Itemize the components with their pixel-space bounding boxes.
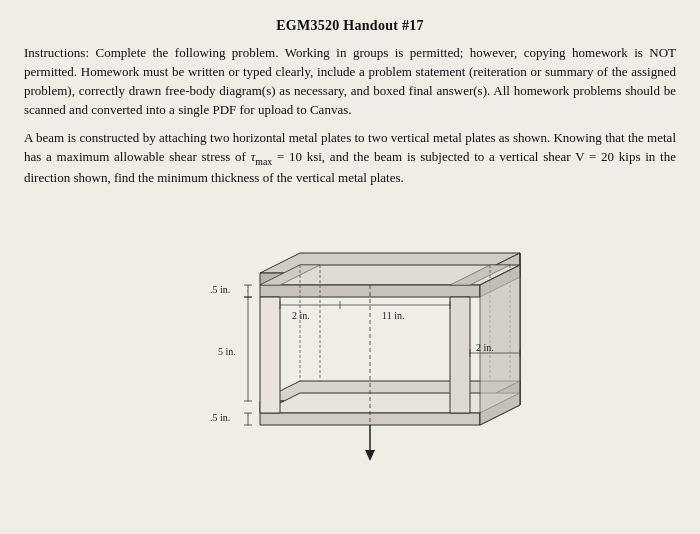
label-bottom-5in: .5 in. [210, 412, 230, 423]
label-2in-right: 2 in. [476, 342, 494, 353]
instructions-text: Instructions: Complete the following pro… [24, 44, 676, 119]
problem-text: A beam is constructed by attaching two h… [24, 129, 676, 187]
label-5in-left: 5 in. [218, 346, 236, 357]
beam-diagram: .5 in. 2 in. 11 in. 2 in. 5 in. [140, 243, 560, 473]
svg-marker-14 [450, 297, 470, 413]
page-title: EGM3520 Handout #17 [24, 18, 676, 34]
svg-marker-12 [260, 297, 280, 413]
page: EGM3520 Handout #17 Instructions: Comple… [0, 0, 700, 534]
label-top-5in: .5 in. [210, 284, 230, 295]
label-11in: 11 in. [382, 310, 404, 321]
svg-marker-41 [365, 450, 375, 461]
label-2in-center: 2 in. [292, 310, 310, 321]
diagram-area: .5 in. 2 in. 11 in. 2 in. 5 in. [24, 196, 676, 520]
